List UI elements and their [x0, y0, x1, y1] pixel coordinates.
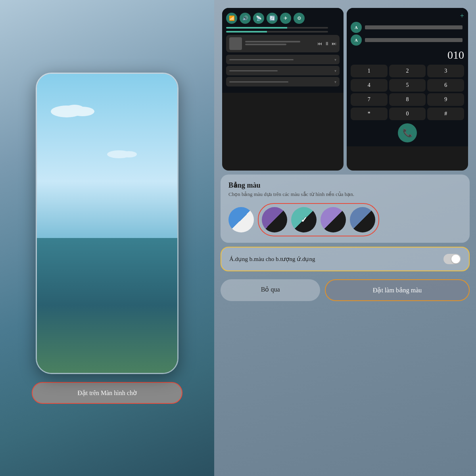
bud-right-icon: 🎧: [62, 285, 73, 296]
toggle-label: Á.dụng b.màu cho b.tượng ứ.dụng: [229, 255, 315, 263]
widgets-row: Galaxy Buds Pro Cũ... 🎧 L 🎧 R: [43, 274, 171, 305]
themes-label: Galaxy Themes: [111, 332, 136, 336]
app-phone[interactable]: [52, 343, 73, 363]
svg-point-8: [124, 319, 127, 321]
qs-music-card[interactable]: ⏮ ⏸ ⏭: [226, 35, 340, 52]
calc-btn-9[interactable]: 9: [427, 93, 464, 106]
calc-btn-7[interactable]: 7: [351, 93, 388, 106]
qs-volume-slider[interactable]: [226, 31, 328, 33]
qs-row-text-1: [229, 59, 294, 60]
calc-btn-star[interactable]: *: [351, 107, 388, 120]
calc-btn-3[interactable]: 3: [427, 65, 464, 77]
widget-card-buds-1[interactable]: Galaxy Buds Pro Cũ... 🎧 L 🎧 R: [43, 274, 105, 305]
action-buttons: Bỏ qua Đặt làm bảng màu: [221, 279, 470, 301]
svg-rect-9: [150, 315, 162, 326]
qs-extra-icon: ⚙: [294, 13, 305, 24]
app-galaxy-themes[interactable]: Galaxy Themes: [109, 310, 138, 336]
calc-btn-6[interactable]: 6: [427, 79, 464, 92]
calc-btn-1[interactable]: 1: [351, 65, 388, 77]
svg-text:20: 20: [154, 317, 158, 321]
bud-right: 🎧 R: [62, 285, 73, 301]
calc-btn-hash[interactable]: #: [427, 107, 464, 120]
svg-point-4: [121, 151, 137, 157]
toggle-switch[interactable]: [443, 254, 461, 264]
calc-letter-row-1: A: [351, 22, 464, 33]
left-panel: Galaxy Buds Pro Cũ... 🎧 L 🎧 R: [0, 0, 214, 476]
qs-wifi-icon: 📶: [226, 13, 237, 24]
qs-chevron-1[interactable]: ▾: [334, 58, 336, 62]
next-icon[interactable]: ⏭: [332, 41, 336, 47]
app-grid: CH Play Google: [43, 310, 171, 336]
widget-icons-2: 🎧 Tắt 🚫 Chặn thao t...: [114, 285, 166, 301]
widget-card-buds-2[interactable]: Galaxy Buds Pro Cũ... 🎧 Tắt 🚫 Chặn thao …: [109, 274, 171, 305]
bottom-apps-row: [43, 341, 171, 365]
skip-button[interactable]: Bỏ qua: [221, 279, 320, 301]
toggle-knob: [451, 255, 460, 263]
app-messages[interactable]: [82, 343, 102, 363]
app-google[interactable]: Google: [76, 310, 106, 336]
color-circle-2[interactable]: [262, 207, 287, 232]
music-thumbnail: [229, 37, 242, 50]
calc-plus: +: [351, 12, 464, 20]
qs-brightness-slider[interactable]: [226, 27, 328, 29]
calc-call-btn[interactable]: 📞: [398, 123, 417, 142]
calc-letter-row-2: A: [351, 35, 464, 46]
set-wallpaper-button[interactable]: Đặt trên Màn hình chờ: [32, 382, 182, 404]
phone-frame: Galaxy Buds Pro Cũ... 🎧 L 🎧 R: [36, 73, 178, 374]
music-info: [245, 41, 314, 46]
music-artist-bar: [245, 44, 286, 45]
preview-screens: 📶 🔊 📡 🔄 ✈ ⚙ ⏮ ⏸: [214, 0, 476, 175]
bud-case: 📦 Hộp: [77, 285, 88, 301]
widget-title-2: Galaxy Buds Pro Cũ...: [114, 278, 166, 283]
qs-chevron-2[interactable]: ▾: [334, 69, 336, 73]
qs-row-text-2: [229, 70, 278, 71]
calc-a-btn[interactable]: A: [351, 22, 362, 33]
calc-letter-btns: A A: [351, 22, 464, 46]
prev-icon[interactable]: ⏮: [317, 41, 322, 47]
calc-btn-8[interactable]: 8: [389, 93, 426, 106]
play-icon[interactable]: ⏸: [324, 41, 329, 47]
calc-btn-0[interactable]: 0: [389, 107, 426, 120]
calc-grid: 1 2 3 4 5 6 7 8 9 * 0 #: [351, 65, 464, 120]
qs-sound-icon: 🔊: [240, 13, 251, 24]
color-circle-5[interactable]: [350, 207, 375, 232]
edit-icon[interactable]: ✏️: [160, 330, 171, 341]
set-color-button[interactable]: Đặt làm bảng màu: [325, 279, 470, 301]
music-title-bar: [245, 41, 300, 42]
palette-title: Bảng màu: [228, 181, 462, 190]
bud-block: 🚫 Chặn thao t...: [128, 285, 148, 301]
calc-btn-2[interactable]: 2: [389, 65, 426, 77]
bud-off: 🎧 Tắt: [114, 285, 125, 301]
svg-rect-7: [120, 319, 123, 322]
app-screenlens[interactable]: [142, 343, 162, 363]
svg-marker-5: [55, 316, 62, 324]
google-icon: [81, 310, 101, 330]
bud-block-icon: 🚫: [132, 285, 144, 296]
color-circle-3[interactable]: ✓: [291, 207, 317, 232]
google-label: Google: [85, 332, 96, 336]
qs-rotate-icon: 🔄: [267, 13, 278, 24]
qs-chevron-3[interactable]: ▾: [334, 80, 336, 84]
qs-icons-row: 📶 🔊 📡 🔄 ✈ ⚙: [226, 13, 340, 24]
svg-rect-12: [152, 315, 154, 317]
calc-a2-btn[interactable]: A: [351, 35, 362, 46]
color-circle-4[interactable]: [321, 207, 346, 232]
svg-point-2: [65, 105, 84, 114]
qs-row-3: ▾: [226, 77, 340, 86]
app-chplay[interactable]: CH Play: [43, 310, 73, 336]
svg-point-17: [119, 349, 126, 357]
phone-wallpaper: Galaxy Buds Pro Cũ... 🎧 L 🎧 R: [37, 74, 177, 373]
qs-row-1: ▾: [226, 55, 340, 64]
calc-btn-4[interactable]: 4: [351, 79, 388, 92]
color-circle-1[interactable]: [228, 207, 254, 232]
selected-checkmark: ✓: [301, 215, 307, 225]
svg-rect-6: [119, 317, 128, 323]
app-samsung[interactable]: [112, 343, 132, 363]
color-circles-row: ✓: [228, 203, 462, 236]
app-calendar[interactable]: 20 Lịch: [142, 310, 171, 336]
bud-left-icon: 🎧: [48, 285, 59, 296]
svg-point-18: [121, 351, 124, 355]
calc-display: 010: [351, 49, 464, 61]
calc-a2-bar: [365, 38, 463, 42]
calc-btn-5[interactable]: 5: [389, 79, 426, 92]
